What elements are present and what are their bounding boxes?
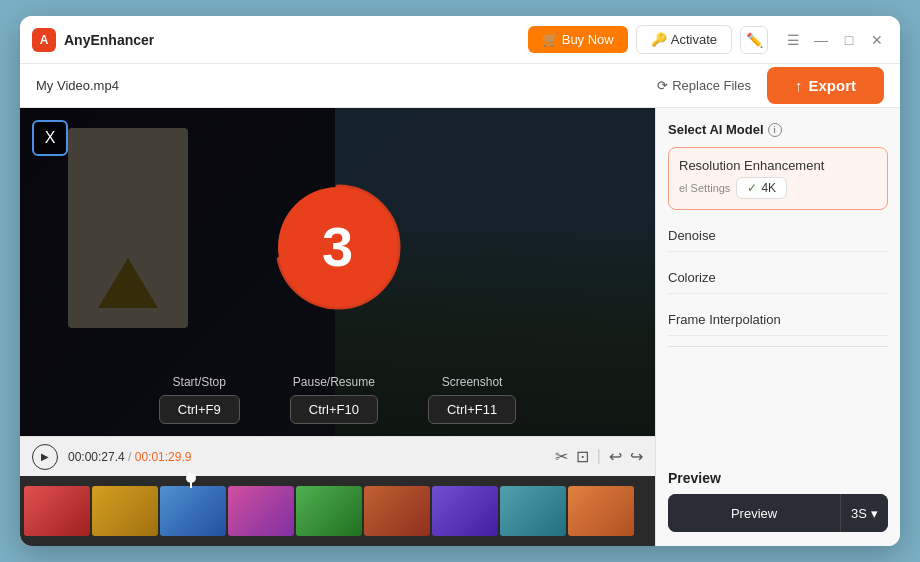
frame-thumb [160, 486, 226, 536]
ctrl-icons: ✂ ⊡ | ↩ ↪ [555, 447, 643, 466]
section-divider [668, 346, 888, 347]
time-total: 00:01:29.9 [135, 450, 192, 464]
modal-overlay: X 3 Start/Stop [20, 108, 655, 436]
pause-resume-label: Pause/Resume [293, 375, 375, 389]
frame-thumb [364, 486, 430, 536]
video-area: X 3 Start/Stop [20, 108, 655, 546]
buy-now-button[interactable]: 🛒 Buy Now [528, 26, 628, 53]
start-stop-label: Start/Stop [173, 375, 226, 389]
play-icon: ▶ [41, 451, 49, 462]
model-card[interactable]: Resolution Enhancement el Settings ✓ 4K [668, 147, 888, 210]
crop-icon[interactable]: ⊡ [576, 447, 589, 466]
info-icon: i [768, 123, 782, 137]
pencil-icon: ✏️ [746, 32, 763, 48]
preview-bar: Preview 3S ▾ [668, 494, 888, 532]
preview-button[interactable]: Preview [668, 494, 840, 532]
countdown-arc [274, 183, 402, 311]
check-icon: ✓ [747, 181, 757, 195]
edit-icon-button[interactable]: ✏️ [740, 26, 768, 54]
time-display: 00:00:27.4 / 00:01:29.9 [68, 450, 191, 464]
timeline-scrubber [190, 476, 192, 488]
cart-icon: 🛒 [542, 32, 558, 47]
video-controls: ▶ 00:00:27.4 / 00:01:29.9 ✂ ⊡ | ↩ ↪ [20, 436, 655, 476]
timeline-frames [20, 476, 655, 546]
app-window: A AnyEnhancer 🛒 Buy Now 🔑 Activate ✏️ ☰ … [20, 16, 900, 546]
frame-thumb [24, 486, 90, 536]
title-bar: A AnyEnhancer 🛒 Buy Now 🔑 Activate ✏️ ☰ … [20, 16, 900, 64]
frame-thumb [568, 486, 634, 536]
screenshot-key: Ctrl+F11 [428, 395, 516, 424]
frame-thumb [92, 486, 158, 536]
start-stop-key: Ctrl+F9 [159, 395, 240, 424]
preview-title: Preview [668, 470, 888, 486]
close-button[interactable]: ✕ [866, 29, 888, 51]
export-button[interactable]: ↑ Export [767, 67, 884, 104]
app-logo: A [32, 28, 56, 52]
modal-close-button[interactable]: X [32, 120, 68, 156]
key-icon: 🔑 [651, 32, 667, 47]
main-content: X 3 Start/Stop [20, 108, 900, 546]
activate-button[interactable]: 🔑 Activate [636, 25, 732, 54]
shortcut-pause-resume: Pause/Resume Ctrl+F10 [290, 375, 378, 424]
replace-icon: ⟳ [657, 78, 668, 93]
title-bar-actions: 🛒 Buy Now 🔑 Activate ✏️ ☰ — □ ✕ [528, 25, 888, 54]
window-controls: ☰ — □ ✕ [782, 29, 888, 51]
model-card-content: Resolution Enhancement el Settings ✓ 4K [679, 158, 824, 199]
menu-button[interactable]: ☰ [782, 29, 804, 51]
frame-thumb [228, 486, 294, 536]
resolution-badge[interactable]: ✓ 4K [736, 177, 787, 199]
resolution-value: 4K [761, 181, 776, 195]
frame-thumb [432, 486, 498, 536]
model-settings-label: el Settings [679, 182, 730, 194]
chevron-down-icon: ▾ [871, 506, 878, 521]
select-ai-model-title: Select AI Model i [668, 122, 888, 137]
app-title: AnyEnhancer [64, 32, 528, 48]
ai-option-denoise: Denoise [668, 220, 888, 252]
preview-section: Preview Preview 3S ▾ [668, 470, 888, 532]
replace-files-button[interactable]: ⟳ Replace Files [657, 78, 751, 93]
countdown-container: 3 [278, 187, 398, 307]
scissors-icon[interactable]: ✂ [555, 447, 568, 466]
redo-icon[interactable]: ↪ [630, 447, 643, 466]
shortcut-start-stop: Start/Stop Ctrl+F9 [159, 375, 240, 424]
time-divider: / [128, 450, 135, 464]
undo-icon[interactable]: ↩ [609, 447, 622, 466]
frame-thumb [500, 486, 566, 536]
shortcuts-row: Start/Stop Ctrl+F9 Pause/Resume Ctrl+F10… [20, 363, 655, 436]
shortcut-screenshot: Screenshot Ctrl+F11 [428, 375, 516, 424]
maximize-button[interactable]: □ [838, 29, 860, 51]
pause-resume-key: Ctrl+F10 [290, 395, 378, 424]
frame-thumb [296, 486, 362, 536]
model-label: Resolution Enhancement [679, 158, 824, 173]
time-current: 00:00:27.4 [68, 450, 125, 464]
upload-icon: ↑ [795, 77, 803, 94]
preview-duration[interactable]: 3S ▾ [840, 494, 888, 532]
svg-point-0 [278, 187, 398, 307]
model-settings-row: el Settings ✓ 4K [679, 177, 824, 199]
ai-option-colorize: Colorize [668, 262, 888, 294]
screenshot-label: Screenshot [442, 375, 503, 389]
minimize-button[interactable]: — [810, 29, 832, 51]
timeline[interactable] [20, 476, 655, 546]
ai-option-frame-interpolation: Frame Interpolation [668, 304, 888, 336]
file-name: My Video.mp4 [36, 78, 641, 93]
right-panel: Select AI Model i Resolution Enhancement… [655, 108, 900, 546]
video-container: X 3 Start/Stop [20, 108, 655, 436]
sub-header: My Video.mp4 ⟳ Replace Files ↑ Export [20, 64, 900, 108]
play-button[interactable]: ▶ [32, 444, 58, 470]
